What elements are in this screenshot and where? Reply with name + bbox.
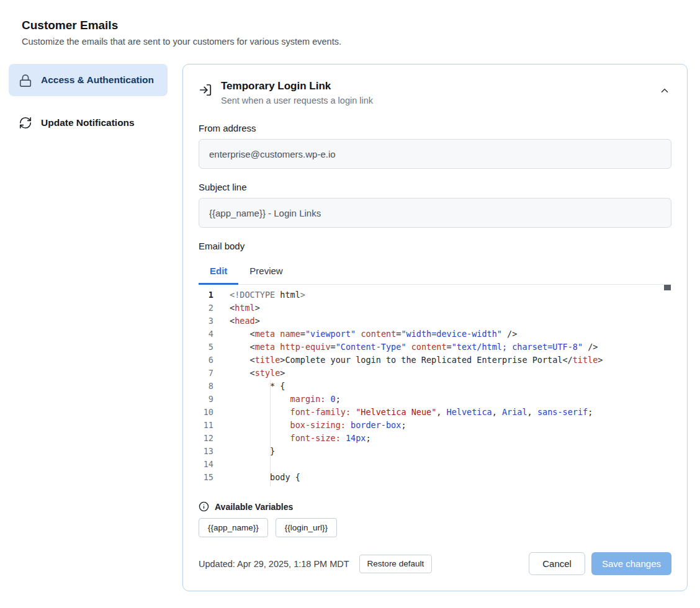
- line-number: 11: [199, 419, 220, 432]
- line-number: 9: [199, 393, 220, 406]
- subject-line-input[interactable]: [199, 198, 671, 228]
- line-number: 7: [199, 367, 220, 380]
- line-number: 16: [199, 484, 220, 486]
- panel-subtitle: Sent when a user requests a login link: [221, 96, 373, 105]
- panel-footer: Updated: Apr 29, 2025, 1:18 PM MDT Resto…: [199, 552, 671, 575]
- available-variables-label: Available Variables: [215, 502, 293, 512]
- email-body-label: Email body: [199, 241, 671, 251]
- sidebar-item-access-authentication[interactable]: Access & Authentication: [9, 64, 168, 96]
- available-variables-header: Available Variables: [199, 501, 671, 512]
- panel-header-text: Temporary Login Link Sent when a user re…: [221, 80, 373, 105]
- refresh-icon: [19, 116, 32, 130]
- save-changes-button[interactable]: Save changes: [591, 552, 671, 575]
- line-number: 15: [199, 471, 220, 484]
- line-content: body {: [220, 471, 671, 484]
- code-line: 6 <title>Complete your login to the Repl…: [199, 354, 671, 367]
- line-content: * {: [220, 380, 671, 393]
- panel-title: Temporary Login Link: [221, 80, 373, 92]
- from-address-label: From address: [199, 123, 671, 133]
- line-number: 14: [199, 458, 220, 471]
- sidebar-item-label: Access & Authentication: [41, 73, 154, 87]
- line-content: font-family: "Helvetica Neue", Helvetica…: [220, 406, 671, 419]
- code-line: 2<html>: [199, 302, 671, 315]
- line-number: 3: [199, 315, 220, 328]
- variable-chip-app-name[interactable]: {{app_name}}: [199, 518, 268, 537]
- sidebar-item-update-notifications[interactable]: Update Notifications: [9, 109, 168, 137]
- updated-timestamp: Updated: Apr 29, 2025, 1:18 PM MDT: [199, 559, 349, 569]
- line-content: }: [220, 445, 671, 458]
- content-row: Access & AuthenticationUpdate Notificati…: [0, 64, 700, 591]
- temporary-login-link-panel: Temporary Login Link Sent when a user re…: [182, 64, 688, 591]
- collapse-chevron-icon[interactable]: [659, 85, 670, 96]
- email-body-field: Email body EditPreview 1<!DOCTYPE html>2…: [199, 241, 671, 486]
- line-content: <style>: [220, 367, 671, 380]
- line-content: <head>: [220, 315, 671, 328]
- code-line: 5 <meta http-equiv="Content-Type" conten…: [199, 341, 671, 354]
- subject-line-field: Subject line: [199, 182, 671, 228]
- from-address-field: From address: [199, 123, 671, 169]
- log-in-icon: [199, 83, 212, 97]
- line-number: 1: [199, 288, 220, 302]
- variable-chip-login-url[interactable]: {{login_url}}: [276, 518, 337, 537]
- line-content: margin: 0;: [220, 393, 671, 406]
- code-line: 7 <style>: [199, 367, 671, 380]
- customer-emails-page: Customer Emails Customize the emails tha…: [0, 0, 700, 608]
- email-body-editor[interactable]: 1<!DOCTYPE html>2<html>3<head>4 <meta na…: [199, 285, 671, 486]
- line-number: 12: [199, 432, 220, 445]
- line-number: 13: [199, 445, 220, 458]
- page-header: Customer Emails Customize the emails tha…: [22, 19, 688, 47]
- info-icon[interactable]: [199, 501, 209, 512]
- page-title: Customer Emails: [22, 19, 688, 32]
- line-content: [220, 458, 671, 471]
- code-line: 3<head>: [199, 315, 671, 328]
- page-subtitle: Customize the emails that are sent to yo…: [22, 37, 688, 47]
- line-content: <meta http-equiv="Content-Type" content=…: [220, 341, 671, 354]
- line-number: 4: [199, 328, 220, 341]
- panel-header: Temporary Login Link Sent when a user re…: [199, 80, 671, 105]
- lock-icon: [19, 74, 32, 87]
- line-content: box-sizing: border-box;: [220, 419, 671, 432]
- line-content: <html>: [220, 302, 671, 315]
- line-number: 6: [199, 354, 220, 367]
- line-content: background-color: #f8f8f8;: [220, 484, 671, 486]
- line-content: <title>Complete your login to the Replic…: [220, 354, 671, 367]
- sidebar: Access & AuthenticationUpdate Notificati…: [9, 64, 168, 137]
- subject-line-label: Subject line: [199, 182, 671, 192]
- line-number: 8: [199, 380, 220, 393]
- line-content: font-size: 14px;: [220, 432, 671, 445]
- tab-preview[interactable]: Preview: [238, 259, 294, 285]
- editor-tabs: EditPreview: [199, 259, 671, 285]
- editor-scrollbar-thumb[interactable]: [664, 285, 671, 290]
- line-number: 2: [199, 302, 220, 315]
- line-number: 10: [199, 406, 220, 419]
- cancel-button[interactable]: Cancel: [529, 552, 585, 575]
- previous-card-bottom-edge: [5, 0, 693, 6]
- restore-default-button[interactable]: Restore default: [359, 555, 433, 573]
- code-line: 4 <meta name="viewport" content="width=d…: [199, 328, 671, 341]
- line-content: <meta name="viewport" content="width=dev…: [220, 328, 671, 341]
- indent-guide: [270, 380, 271, 486]
- variable-chips: {{app_name}}{{login_url}}: [199, 518, 671, 537]
- code-line: 1<!DOCTYPE html>: [199, 288, 671, 302]
- line-content: <!DOCTYPE html>: [220, 288, 671, 302]
- line-number: 5: [199, 341, 220, 354]
- tab-edit[interactable]: Edit: [199, 259, 238, 285]
- from-address-input[interactable]: [199, 139, 671, 169]
- sidebar-item-label: Update Notifications: [41, 115, 135, 130]
